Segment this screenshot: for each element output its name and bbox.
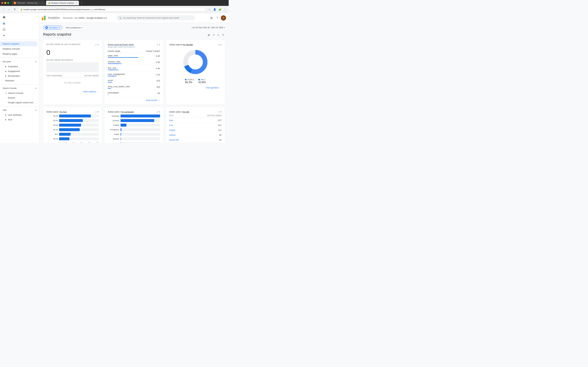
date-range-arrow-icon: ▾ [224, 26, 225, 29]
city-name[interactable]: Kryvyi Rih [169, 139, 179, 141]
browser-tab-webunites[interactable]: W Webunites - Website Solutio... ✕ [12, 1, 45, 5]
age-bar-track [59, 124, 99, 126]
language-card: Active users ▾ by Language ✓ ▾ Ukrainian [104, 107, 163, 143]
age-bar-track [59, 115, 99, 117]
table-row: first_visit 1.4K [108, 65, 160, 72]
url-bar[interactable]: 🔒 analytics.google.com/analytics/web/#/p… [18, 8, 206, 11]
city-name[interactable]: Dnipro [169, 129, 175, 131]
sidebar-item-reports[interactable] [0, 21, 38, 26]
sidebar-item-monetization[interactable]: ▶ Monetization [0, 74, 39, 78]
sidebar-item-realtime-overview[interactable]: Realtime overview [0, 46, 38, 51]
extensions-button[interactable]: 🧩 [217, 7, 222, 12]
expand-icon-sc: ▼ [5, 92, 7, 94]
sidebar-section-lifecycle[interactable]: Life cycle ▾ [0, 59, 39, 64]
new-tab-button[interactable]: + [80, 1, 83, 4]
edit-button[interactable]: ✎ [221, 33, 225, 37]
chip-label: All Users [49, 26, 57, 29]
reload-button[interactable]: ↻ [12, 7, 17, 12]
city-name[interactable]: Kyiv [169, 119, 173, 122]
age-dropdown-button[interactable]: ▾ [98, 111, 99, 113]
sidebar-section-search-console[interactable]: Search Console ▾ [0, 86, 39, 91]
gender-dropdown-button[interactable]: ▾ [221, 43, 222, 46]
age-bar-track [59, 119, 99, 122]
sidebar-item-home[interactable] [0, 14, 38, 20]
add-comparison-button[interactable]: Add comparison + [63, 25, 85, 30]
back-button[interactable]: ‹ [1, 7, 6, 12]
event-name-cell: scroll [108, 78, 140, 84]
sidebar-item-acquisition[interactable]: ▶ Acquisition [0, 64, 39, 69]
sidebar-item-explore[interactable] [0, 27, 38, 32]
language-dropdown-button[interactable]: ▾ [159, 111, 160, 113]
lang-bar-row: Russian [108, 119, 160, 122]
view-realtime-link[interactable]: View realtime → [83, 90, 99, 93]
bookmark-button[interactable]: ☆ [207, 7, 212, 12]
date-range: Last 28 days Nov 16 - Dec 13, 2024 ▾ [192, 26, 225, 29]
maximize-dot[interactable] [7, 2, 9, 4]
city-dropdown-button[interactable]: ▾ [221, 111, 222, 113]
account-selector[interactable]: All accounts › dion DION - Google Analyt… [62, 16, 108, 20]
advertising-icon [3, 34, 6, 37]
table-row: shop_now_button_click 425 [108, 84, 160, 90]
date-range-selector[interactable]: Last 28 days Nov 16 - Dec 13, 2024 ▾ [192, 26, 225, 29]
sidebar-item-queries[interactable]: Queries [0, 95, 39, 100]
all-users-chip[interactable]: A All Users ✕ [43, 25, 62, 30]
sidebar-item-google-organic[interactable]: Google organic search traf... [0, 100, 39, 105]
sidebar-item-search-console-sub[interactable]: ▼ Search Console [0, 91, 39, 95]
sidebar-item-realtime-pages[interactable]: Realtime pages [0, 51, 38, 57]
lang-bar-label: Russian [108, 120, 119, 122]
city-name[interactable]: Lviv [169, 124, 173, 126]
svg-rect-3 [3, 23, 3, 25]
sidebar: Reports snapshot Realtime overview Realt… [0, 13, 39, 143]
browser-toolbar-icons: ☆ 👤 🧩 ⋮ [207, 7, 227, 12]
sidebar-item-advertising[interactable] [0, 33, 38, 39]
sidebar-item-engagement[interactable]: ▶ Engagement [0, 69, 39, 74]
cards-row-2: Active users ▾ by Age ⚠ ▾ 35-44 45-5 [43, 107, 225, 143]
tab-close-analytics-icon[interactable]: ✕ [76, 2, 77, 4]
age-card: Active users ▾ by Age ⚠ ▾ 35-44 45-5 [43, 107, 102, 143]
forward-button[interactable]: › [7, 7, 11, 12]
list-item: Odesa 40 [169, 133, 222, 137]
help-button[interactable]: ? [215, 16, 219, 20]
minimize-dot[interactable] [4, 2, 6, 4]
avatar[interactable]: D [221, 15, 226, 21]
age-bar-label: 25-34 [46, 129, 58, 131]
age-axis-label: 50 [65, 142, 67, 143]
insights-button[interactable]: ∿ [216, 33, 220, 37]
language-check-icon: ✓ [156, 111, 158, 113]
sidebar-item-retention[interactable]: Retention [0, 78, 39, 83]
topbar-right-icons: ⊞ ? D [209, 15, 226, 21]
event-name-cell: first_visit [108, 65, 140, 72]
tab-close-icon[interactable]: ✕ [42, 2, 43, 4]
view-events-link[interactable]: View events → [146, 99, 160, 101]
search-input[interactable] [123, 17, 192, 19]
customize-report-button[interactable]: ⊞ [207, 33, 210, 37]
city-name[interactable]: Odesa [169, 134, 175, 136]
female-dot [185, 79, 187, 80]
realtime-per-minute: ACTIVE USERS PER MINUTE [46, 59, 99, 61]
profile-button[interactable]: 👤 [212, 7, 217, 12]
close-dot[interactable] [1, 2, 3, 4]
age-card-header: Active users ▾ by Age ⚠ ▾ [46, 111, 99, 113]
tab-favicon: W [14, 2, 16, 4]
sidebar-item-reports-snapshot[interactable]: Reports snapshot [0, 41, 38, 46]
age-title: Active users [46, 111, 58, 113]
sidebar-item-user-attributes[interactable]: ▶ User attributes [0, 113, 39, 117]
menu-button[interactable]: ⋮ [223, 7, 227, 12]
share-button[interactable]: ↗ [212, 33, 215, 37]
lang-bar-track [121, 128, 160, 131]
realtime-dropdown-button[interactable]: ▾ [98, 43, 99, 46]
view-genders-link[interactable]: View genders → [206, 86, 222, 89]
active-users-label: ACTIVE USERS [85, 75, 99, 77]
ga-logo: Analytics [42, 16, 60, 20]
language-card-controls: ✓ ▾ [156, 111, 160, 113]
browser-tab-analytics[interactable]: Analytics | Reports snapshot ✕ [46, 1, 79, 5]
expand-icon-3: ▶ [5, 75, 7, 77]
sidebar-section-user[interactable]: User ▾ [0, 108, 39, 113]
global-search[interactable]: 🔍 [116, 15, 195, 20]
sidebar-divider-2 [0, 58, 39, 58]
lang-bar-track [121, 142, 160, 143]
apps-grid-button[interactable]: ⊞ [209, 16, 214, 20]
sidebar-item-tech[interactable]: ▶ Tech [0, 117, 39, 122]
events-dropdown-button[interactable]: ▾ [159, 43, 160, 46]
ga-logo-bars [42, 16, 45, 20]
